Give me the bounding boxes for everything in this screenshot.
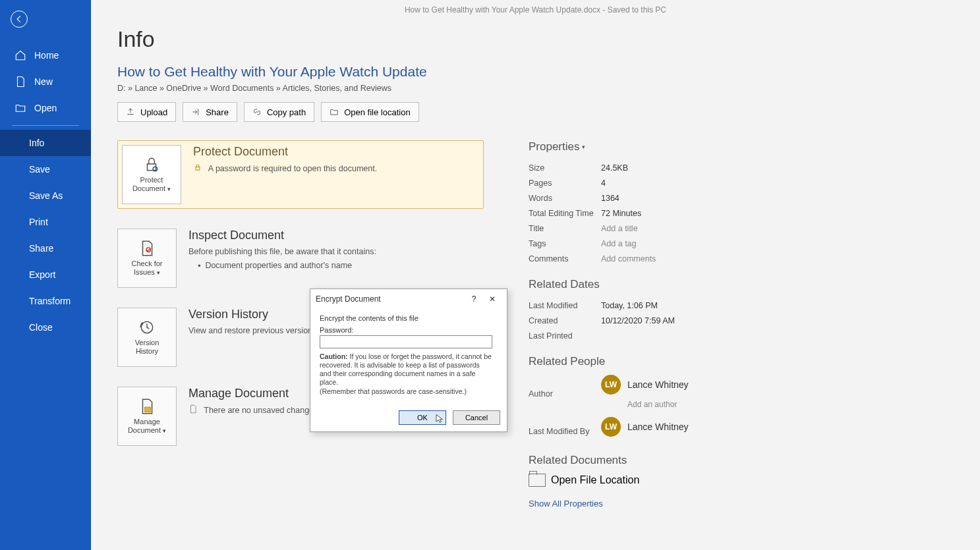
open-location-label: Open file location	[344, 107, 410, 117]
modified-by-entry[interactable]: LW Lance Whitney	[601, 417, 689, 437]
prop-words-val: 1364	[601, 194, 620, 203]
prop-size-key: Size	[529, 163, 601, 173]
avatar: LW	[601, 375, 621, 395]
ok-button[interactable]: OK	[399, 410, 446, 425]
inspect-icon	[138, 240, 156, 257]
home-icon	[14, 49, 26, 61]
lock-small-icon	[193, 163, 202, 176]
protect-document-button[interactable]: ProtectDocument ▾	[122, 145, 181, 204]
prop-tags-add[interactable]: Add a tag	[601, 239, 637, 248]
manage-document-button[interactable]: ManageDocument ▾	[117, 387, 177, 446]
protect-btn-l1: Protect	[140, 176, 163, 184]
svg-rect-2	[196, 167, 200, 170]
share-label: Share	[206, 107, 229, 117]
nav-home[interactable]: Home	[0, 42, 91, 69]
action-row: Upload Share Copy path Open file locatio…	[117, 102, 954, 122]
dialog-title: Encrypt Document	[316, 294, 381, 304]
prop-title-key: Title	[529, 224, 601, 233]
protect-btn-l2: Document	[132, 184, 165, 192]
related-documents-header: Related Documents	[529, 454, 689, 467]
svg-rect-5	[145, 407, 151, 412]
nav-export-label: Export	[29, 269, 55, 280]
show-all-properties-link[interactable]: Show All Properties	[529, 499, 603, 509]
folder-icon	[330, 107, 339, 117]
inspect-bullet: ▪ Document properties and author's name	[198, 261, 486, 270]
nav-save-label: Save	[29, 164, 50, 175]
prop-edit-val: 72 Minutes	[601, 209, 641, 218]
copy-path-button[interactable]: Copy path	[244, 102, 314, 122]
protect-title: Protect Document	[193, 145, 479, 159]
author-entry[interactable]: LW Lance Whitney	[601, 375, 689, 395]
dialog-titlebar[interactable]: Encrypt Document ? ✕	[310, 289, 507, 309]
properties-header-label: Properties	[529, 140, 579, 153]
inspect-btn-l2: Issues	[134, 268, 155, 276]
document-small-icon	[188, 404, 198, 418]
properties-column: Properties ▾ Size24.5KB Pages4 Words1364…	[526, 140, 689, 509]
nav-close[interactable]: Close	[0, 314, 91, 341]
nav-new-label: New	[34, 76, 53, 87]
nav-print[interactable]: Print	[0, 209, 91, 235]
date-created-val: 10/12/2020 7:59 AM	[601, 316, 675, 325]
back-button[interactable]	[11, 11, 28, 28]
open-location-button[interactable]: Open file location	[321, 102, 418, 122]
share-icon	[191, 107, 200, 117]
prop-words-key: Words	[529, 194, 601, 203]
open-file-location-link[interactable]: Open File Location	[529, 474, 689, 487]
prop-comments-key: Comments	[529, 254, 601, 263]
check-issues-button[interactable]: Check forIssues ▾	[117, 229, 177, 288]
prop-comments-add[interactable]: Add comments	[601, 254, 656, 263]
properties-list: Size24.5KB Pages4 Words1364 Total Editin…	[529, 160, 689, 266]
inspect-title: Inspect Document	[188, 229, 486, 242]
date-modified-key: Last Modified	[529, 301, 601, 310]
nav-new[interactable]: New	[0, 69, 91, 95]
add-author[interactable]: Add an author	[627, 400, 689, 409]
nav-share[interactable]: Share	[0, 235, 91, 261]
related-people-header: Related People	[529, 355, 689, 368]
date-printed-key: Last Printed	[529, 331, 601, 341]
backstage-sidebar: Home New Open Info Save Save As Print Sh…	[0, 0, 91, 550]
history-btn-l1: Version	[135, 339, 159, 346]
nav-open[interactable]: Open	[0, 95, 91, 121]
nav-info[interactable]: Info	[0, 130, 91, 156]
back-arrow-icon	[14, 14, 24, 24]
chevron-down-icon: ▾	[167, 186, 171, 192]
properties-dropdown[interactable]: Properties ▾	[529, 140, 585, 153]
document-title: How to Get Healthy with Your Apple Watch…	[117, 64, 954, 80]
manage-btn-l2: Document	[128, 426, 161, 434]
nav-print-label: Print	[29, 217, 48, 227]
date-created-key: Created	[529, 316, 601, 325]
prop-title-add[interactable]: Add a title	[601, 224, 638, 233]
window-title: How to Get Healthy with Your Apple Watch…	[405, 5, 666, 14]
nav-save[interactable]: Save	[0, 156, 91, 182]
chevron-down-icon: ▾	[157, 269, 160, 276]
nav-transform[interactable]: Transform	[0, 288, 91, 314]
nav-export[interactable]: Export	[0, 261, 91, 288]
window-titlebar: How to Get Healthy with Your Apple Watch…	[91, 0, 980, 20]
page-title: Info	[117, 26, 954, 52]
prop-pages-val: 4	[601, 179, 606, 188]
inspect-text: Before publishing this file, be aware th…	[188, 246, 486, 258]
password-input[interactable]	[320, 335, 492, 348]
date-modified-val: Today, 1:06 PM	[601, 301, 658, 310]
nav-close-label: Close	[29, 322, 53, 333]
share-button[interactable]: Share	[183, 102, 237, 122]
author-name: Lance Whitney	[627, 379, 689, 390]
nav-divider	[12, 125, 79, 126]
chevron-down-icon: ▾	[582, 144, 585, 150]
avatar: LW	[601, 417, 621, 437]
dialog-close-button[interactable]: ✕	[483, 294, 502, 304]
version-history-button[interactable]: VersionHistory	[117, 308, 177, 367]
protect-document-card: ProtectDocument ▾ Protect Document A pas…	[117, 140, 484, 209]
encrypt-document-dialog: Encrypt Document ? ✕ Encrypt the content…	[310, 289, 507, 432]
open-file-location-label: Open File Location	[551, 474, 639, 486]
related-dates-header: Related Dates	[529, 278, 689, 291]
dialog-help-button[interactable]: ?	[465, 294, 483, 304]
nav-saveas[interactable]: Save As	[0, 182, 91, 209]
upload-button[interactable]: Upload	[117, 102, 176, 122]
inspect-document-card: Check forIssues ▾ Inspect Document Befor…	[117, 229, 486, 288]
nav-info-label: Info	[29, 138, 44, 148]
lock-icon	[143, 156, 160, 173]
cancel-button[interactable]: Cancel	[453, 410, 500, 425]
folder-outline-icon	[529, 474, 546, 487]
nav-transform-label: Transform	[29, 296, 71, 306]
